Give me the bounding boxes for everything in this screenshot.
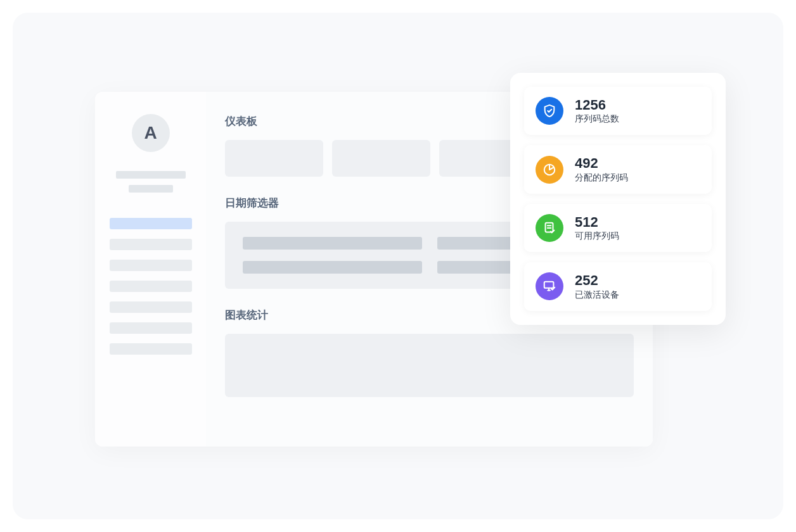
stat-value: 1256: [575, 97, 619, 113]
stat-label: 已激活设备: [575, 289, 619, 301]
stat-label: 序列码总数: [575, 113, 619, 125]
avatar[interactable]: A: [132, 114, 170, 152]
stat-text: 492 分配的序列码: [575, 155, 628, 183]
stat-text: 512 可用序列码: [575, 214, 619, 242]
chart-placeholder: [225, 334, 634, 397]
placeholder-card: [332, 140, 430, 177]
stat-label: 分配的序列码: [575, 172, 628, 184]
stat-card-total-serials: 1256 序列码总数: [524, 87, 712, 135]
stats-panel: 1256 序列码总数 492 分配的序列码: [510, 73, 726, 325]
stat-card-assigned-serials: 492 分配的序列码: [524, 145, 712, 193]
stat-card-activated-devices: 252 已激活设备: [524, 262, 712, 310]
stat-text: 252 已激活设备: [575, 272, 619, 300]
sidebar-item[interactable]: [110, 343, 192, 355]
stat-card-available-serials: 512 可用序列码: [524, 204, 712, 252]
shield-check-icon: [536, 97, 563, 125]
sidebar-item[interactable]: [110, 260, 192, 271]
sidebar: A: [95, 92, 206, 446]
sidebar-item[interactable]: [110, 322, 192, 334]
sidebar-role-placeholder: [129, 185, 173, 193]
pie-chart-icon: [536, 156, 563, 184]
sidebar-username-placeholder: [116, 171, 186, 179]
sidebar-item[interactable]: [110, 301, 192, 313]
outer-frame: A 仪表板 日期筛选器: [13, 13, 783, 519]
stat-label: 可用序列码: [575, 231, 619, 242]
stat-value: 492: [575, 155, 628, 172]
stat-value: 512: [575, 214, 619, 231]
sidebar-item-active[interactable]: [110, 218, 192, 229]
filter-input-placeholder[interactable]: [243, 261, 422, 274]
monitor-check-icon: [536, 272, 563, 300]
stat-value: 252: [575, 272, 619, 289]
placeholder-card: [225, 140, 323, 177]
stat-text: 1256 序列码总数: [575, 97, 619, 125]
filter-input-placeholder[interactable]: [243, 237, 422, 250]
sidebar-item[interactable]: [110, 281, 192, 292]
document-check-icon: [536, 214, 563, 242]
sidebar-item[interactable]: [110, 239, 192, 250]
svg-rect-4: [544, 282, 554, 288]
avatar-letter: A: [144, 123, 157, 143]
